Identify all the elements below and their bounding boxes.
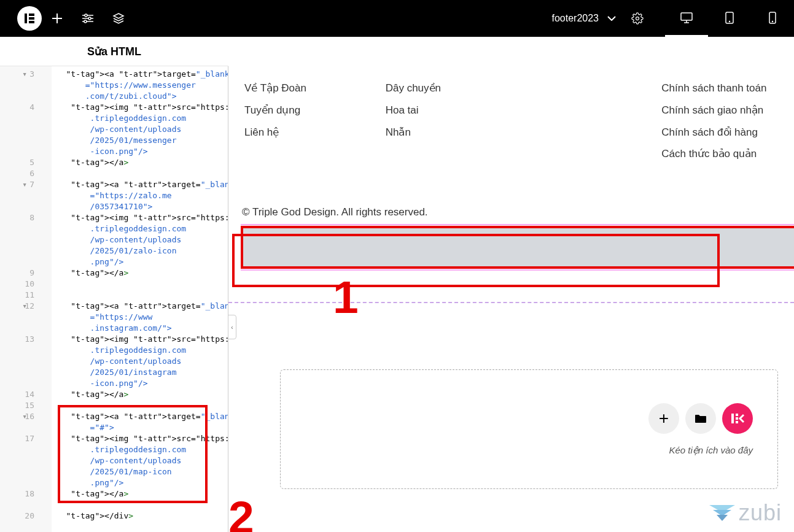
code-content[interactable]: "t-tag"><a "t-attr">target="_blank" href… [52, 66, 228, 532]
svg-point-18 [730, 21, 730, 21]
footer-link[interactable]: Nhẫn [386, 121, 502, 144]
top-bar: footer2023 [0, 0, 794, 37]
footer-link[interactable]: Cách thức bảo quản [661, 143, 778, 165]
svg-point-20 [773, 21, 773, 21]
annotation-number-1: 1 [333, 271, 359, 323]
elementor-logo[interactable] [17, 6, 42, 31]
footer-link[interactable]: Về Tập Đoàn [244, 77, 361, 99]
add-widget-button[interactable]: + [648, 403, 679, 434]
footer-columns: Về Tập Đoàn Tuyển dụng Liên hệ Dây chuyề… [244, 66, 778, 165]
widget-drop-zone[interactable]: + Kéo tiện ích vào đây [280, 369, 778, 489]
footer-link[interactable]: Tuyển dụng [244, 99, 361, 121]
elementor-brand-button[interactable] [722, 403, 753, 434]
svg-rect-21 [731, 414, 734, 423]
folder-button[interactable] [685, 403, 716, 434]
annotation-number-2: 2 [228, 491, 254, 532]
document-name[interactable]: footer2023 [551, 13, 599, 24]
desktop-view-button[interactable] [665, 0, 708, 37]
selected-html-widget[interactable] [241, 226, 794, 269]
drop-hint-text: Kéo tiện ích vào đây [669, 445, 753, 456]
footer-col-1: Về Tập Đoàn Tuyển dụng Liên hệ [244, 77, 361, 165]
svg-point-11 [84, 20, 87, 23]
workspace: 3 ▾4567 ▾89101112 ▾13141516 ▾171820 "t-t… [0, 66, 794, 532]
zubi-mark-icon [709, 503, 735, 523]
svg-rect-0 [25, 13, 27, 23]
mobile-view-button[interactable] [751, 0, 794, 37]
panel-title: Sửa HTML [0, 37, 228, 66]
copyright-text: © Triple God Design. All rights reserved… [242, 205, 778, 220]
code-editor[interactable]: 3 ▾4567 ▾89101112 ▾13141516 ▾171820 "t-t… [0, 66, 228, 532]
footer-col-2: Dây chuyền Hoa tai Nhẫn [386, 77, 502, 165]
svg-rect-2 [29, 17, 34, 20]
footer-link[interactable]: Hoa tai [386, 99, 502, 121]
layers-icon[interactable] [103, 0, 134, 37]
footer-link[interactable]: Dây chuyền [386, 77, 502, 99]
add-icon[interactable] [42, 0, 72, 37]
zubi-logo: zubi [709, 500, 782, 526]
svg-rect-1 [29, 13, 34, 16]
zubi-text: zubi [739, 500, 782, 526]
svg-marker-12 [114, 13, 123, 18]
svg-rect-14 [681, 13, 692, 20]
collapse-panel-handle[interactable]: ‹ [228, 315, 236, 339]
footer-link[interactable]: Chính sách giao nhận [661, 99, 778, 121]
svg-rect-23 [736, 417, 738, 420]
gear-icon[interactable] [622, 0, 653, 37]
svg-point-9 [88, 17, 91, 20]
footer-link[interactable]: Liên hệ [244, 121, 361, 144]
tablet-view-button[interactable] [708, 0, 751, 37]
svg-marker-27 [717, 515, 728, 521]
line-gutter: 3 ▾4567 ▾89101112 ▾13141516 ▾171820 [0, 66, 52, 532]
chevron-down-icon[interactable] [601, 0, 622, 37]
settings-sliders-icon[interactable] [72, 0, 103, 37]
svg-rect-22 [736, 414, 738, 416]
section-divider [228, 302, 794, 303]
svg-rect-24 [736, 421, 738, 423]
svg-rect-3 [29, 21, 34, 23]
preview-canvas: ‹ Về Tập Đoàn Tuyển dụng Liên hệ Dây chu… [228, 66, 794, 532]
footer-link[interactable]: Chính sách đổi hàng [661, 121, 778, 144]
footer-link[interactable]: Chính sách thanh toán [661, 77, 778, 99]
svg-point-7 [85, 14, 87, 17]
svg-point-13 [636, 17, 639, 20]
footer-col-3: Chính sách thanh toán Chính sách giao nh… [526, 77, 778, 165]
panel-title-text: Sửa HTML [87, 45, 141, 58]
